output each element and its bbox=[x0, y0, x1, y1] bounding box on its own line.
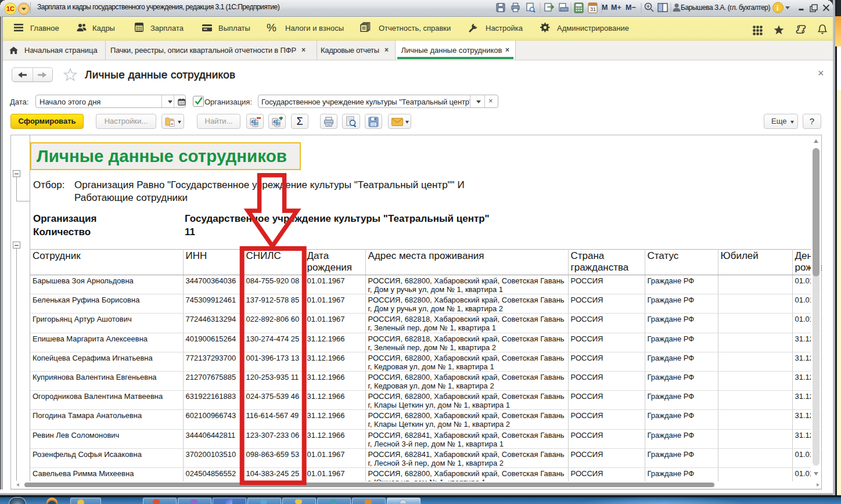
svg-text:M+: M+ bbox=[611, 3, 621, 12]
svg-text:M−: M− bbox=[626, 3, 636, 12]
svg-text:31: 31 bbox=[590, 6, 596, 12]
svg-text:Барышева З.А. (гл. бухгалтер): Барышева З.А. (гл. бухгалтер) bbox=[681, 3, 771, 12]
svg-text:M: M bbox=[602, 3, 608, 12]
